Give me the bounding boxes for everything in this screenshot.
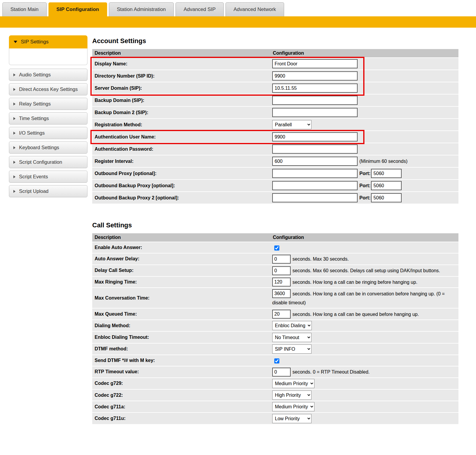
field-config: High Priority <box>272 390 458 401</box>
sidebar-item-script-upload[interactable]: Script Upload <box>9 185 87 197</box>
authentication-password-input[interactable] <box>272 144 358 154</box>
call-settings-title: Call Settings <box>92 221 470 229</box>
sidebar-item-i-o-settings[interactable]: I/O Settings <box>9 127 87 139</box>
call-row-enbloc-dialing-timeout: Enbloc Dialing Timeout:No Timeout <box>92 332 458 343</box>
field-label: Enbloc Dialing Timeout: <box>92 334 272 341</box>
outbound-backup-proxy-optional-port-input[interactable] <box>371 181 402 190</box>
sidebar-expanded-panel <box>9 48 87 65</box>
chevron-right-icon <box>13 175 15 178</box>
outbound-backup-proxy-optional-input[interactable] <box>272 181 358 190</box>
field-config: Port: <box>272 192 458 203</box>
tab-sip-configuration[interactable]: SIP Configuration <box>48 2 107 16</box>
outbound-proxy-optional-port-input[interactable] <box>371 169 402 178</box>
display-name-input[interactable] <box>272 59 358 68</box>
backup-domain-sip-input[interactable] <box>272 96 358 105</box>
max-ringing-time-input[interactable] <box>272 278 291 286</box>
authentication-user-name-input[interactable] <box>272 132 358 141</box>
field-label: Display Name: <box>92 60 272 67</box>
field-config: Enbloc Dialing <box>272 320 458 331</box>
call-row-codec-g711u: Codec g711u:Low Priority <box>92 413 458 424</box>
outbound-backup-proxy-2-optional-input[interactable] <box>272 193 358 202</box>
server-domain-sip-input[interactable] <box>272 84 358 93</box>
sidebar-item-time-settings[interactable]: Time Settings <box>9 112 87 125</box>
tab-advanced-network[interactable]: Advanced Network <box>226 2 284 16</box>
register-interval-input[interactable] <box>272 157 358 166</box>
sidebar-item-sip-settings[interactable]: SIP Settings <box>9 35 87 65</box>
field-hint-text: seconds. Max 60 seconds. Delays call set… <box>292 268 440 273</box>
sidebar-item-keyboard-settings[interactable]: Keyboard Settings <box>9 141 87 154</box>
account-table-header: Description Configuration <box>92 49 458 58</box>
delay-call-setup-input[interactable] <box>272 266 291 275</box>
account-row-authentication-password: Authentication Password: <box>92 143 458 155</box>
account-row-outbound-backup-proxy-2-optional: Outbound Backup Proxy 2 [optional]:Port: <box>92 192 458 204</box>
call-row-max-queued-time: Max Queued Time:seconds. How long a call… <box>92 308 458 320</box>
field-hint-text: seconds. Max 30 seconds. <box>292 256 349 262</box>
field-config: Port: <box>272 168 458 179</box>
field-config: seconds. How long a call can be in conve… <box>272 288 458 308</box>
field-label: Max Ringing Time: <box>92 278 272 286</box>
field-config: seconds. Max 60 seconds. Delays call set… <box>272 265 458 276</box>
max-conversation-time-input[interactable] <box>272 289 291 298</box>
sidebar-item-relay-settings[interactable]: Relay Settings <box>9 98 87 110</box>
account-row-backup-domain-sip: Backup Domain (SIP): <box>92 95 458 107</box>
field-config: Parallell <box>272 119 458 130</box>
chevron-right-icon <box>13 146 15 149</box>
registration-method-select[interactable]: Parallell <box>272 120 311 129</box>
sidebar-item-direct-access-key-settings[interactable]: Direct Access Key Settings <box>9 83 87 95</box>
field-label: DTMF method: <box>92 345 272 352</box>
codec-g729-select[interactable]: Medium Priority <box>272 379 314 388</box>
outbound-proxy-optional-input[interactable] <box>272 169 358 178</box>
rtp-timeout-value-input[interactable] <box>272 368 291 377</box>
enbloc-dialing-timeout-select[interactable]: No Timeout <box>272 333 311 342</box>
sidebar-item-label: Keyboard Settings <box>19 145 59 150</box>
codec-g722-select[interactable]: High Priority <box>272 391 311 400</box>
call-row-codec-g722: Codec g722:High Priority <box>92 390 458 401</box>
call-row-codec-g729: Codec g729:Medium Priority <box>92 378 458 390</box>
dtmf-method-select[interactable]: SIP INFO <box>272 344 311 354</box>
sidebar-item-label: Time Settings <box>19 116 49 121</box>
account-settings-title: Account Settings <box>92 37 470 45</box>
call-row-delay-call-setup: Delay Call Setup:seconds. Max 60 seconds… <box>92 265 458 277</box>
dialing-method-select[interactable]: Enbloc Dialing <box>272 321 312 330</box>
call-row-max-ringing-time: Max Ringing Time:seconds. How long a cal… <box>92 277 458 288</box>
field-label: Authentication Password: <box>92 146 272 153</box>
sidebar-item-label: Script Upload <box>19 188 48 194</box>
call-settings-table: Description Configuration Enable Auto An… <box>92 233 458 425</box>
sidebar-item-label: Direct Access Key Settings <box>19 86 78 92</box>
field-config <box>272 144 458 155</box>
max-queued-time-input[interactable] <box>272 310 291 319</box>
chevron-right-icon <box>13 73 15 76</box>
field-label: Outbound Backup Proxy [optional]: <box>92 182 272 189</box>
tab-station-main[interactable]: Station Main <box>2 2 47 16</box>
field-label: Max Queued Time: <box>92 311 272 318</box>
auto-answer-delay-input[interactable] <box>272 255 291 264</box>
chevron-right-icon <box>13 117 15 120</box>
send-dtmf-with-m-key-checkbox[interactable] <box>274 358 279 363</box>
codec-g711a-select[interactable]: Medium Priority <box>272 402 314 411</box>
directory-number-sip-id-input[interactable] <box>272 71 358 81</box>
enable-auto-answer-checkbox[interactable] <box>274 245 279 251</box>
chevron-right-icon <box>13 88 15 91</box>
field-config: (Minimum 60 seconds) <box>272 156 458 167</box>
field-label: Server Domain (SIP): <box>92 85 272 92</box>
field-config: seconds. How long a call can be queued b… <box>272 308 458 319</box>
field-label: RTP Timeout value: <box>92 368 272 375</box>
field-label: Dialing Method: <box>92 322 272 329</box>
outbound-backup-proxy-2-optional-port-input[interactable] <box>371 193 402 202</box>
tab-advanced-sip[interactable]: Advanced SIP <box>176 2 224 16</box>
tab-station-administration[interactable]: Station Administration <box>109 2 174 16</box>
backup-domain-2-sip-input[interactable] <box>272 108 358 117</box>
sidebar-item-script-events[interactable]: Script Events <box>9 171 87 183</box>
field-config <box>272 95 458 106</box>
column-header-configuration: Configuration <box>272 235 458 240</box>
codec-g711u-select[interactable]: Low Priority <box>272 414 311 423</box>
sidebar-item-audio-settings[interactable]: Audio Settings <box>9 69 87 81</box>
field-hint-text: seconds. How long a call can be in conve… <box>272 291 445 306</box>
column-header-description: Description <box>92 51 272 56</box>
account-row-register-interval: Register Interval:(Minimum 60 seconds) <box>92 155 458 168</box>
field-config <box>272 243 458 253</box>
port-label: Port: <box>359 171 370 176</box>
call-row-dtmf-method: DTMF method:SIP INFO <box>92 344 458 355</box>
sidebar-item-label: Relay Settings <box>19 101 51 107</box>
sidebar-item-script-configuration[interactable]: Script Configuration <box>9 156 87 168</box>
